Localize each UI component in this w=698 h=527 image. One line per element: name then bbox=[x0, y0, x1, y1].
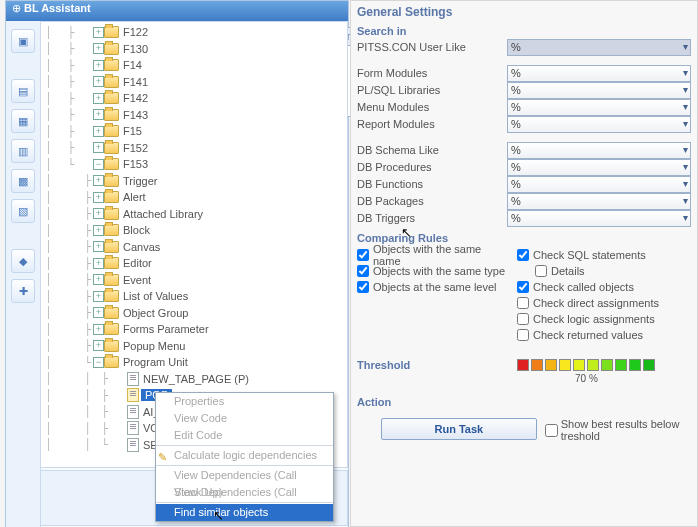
ctx-edit-code[interactable]: Edit Code bbox=[156, 427, 333, 444]
module-dropdown-1[interactable]: % bbox=[507, 82, 691, 99]
tree-node-F141[interactable]: │ ├ + F141 bbox=[45, 74, 347, 91]
ctx-find-similar[interactable]: Find similar objects bbox=[156, 504, 333, 521]
db-dropdown-0[interactable]: % bbox=[507, 142, 691, 159]
tree-node-attached library[interactable]: │ ├ + Attached Library bbox=[45, 206, 347, 223]
db-dropdown-4[interactable]: % bbox=[507, 210, 691, 227]
rule-right-2[interactable]: Check called objects bbox=[517, 279, 687, 294]
folder-icon bbox=[104, 125, 119, 137]
expand-icon[interactable]: + bbox=[93, 258, 104, 269]
show-best-input[interactable] bbox=[545, 424, 558, 437]
ctx-properties[interactable]: Properties bbox=[156, 393, 333, 410]
rule-right-4[interactable]: Check logic assignments bbox=[517, 311, 687, 326]
folder-icon bbox=[104, 323, 119, 335]
rule-left-1[interactable]: Objects with the same type bbox=[357, 263, 511, 278]
folder-icon bbox=[104, 257, 119, 269]
expand-icon[interactable]: + bbox=[93, 175, 104, 186]
db-dropdown-1[interactable]: % bbox=[507, 159, 691, 176]
tree-node-alert[interactable]: │ ├ + Alert bbox=[45, 189, 347, 206]
rule-right-0[interactable]: Check SQL statements bbox=[517, 247, 687, 262]
module-dropdown-0[interactable]: % bbox=[507, 65, 691, 82]
threshold-gradient[interactable] bbox=[517, 359, 655, 371]
tree-node-block[interactable]: │ ├ + Block bbox=[45, 222, 347, 239]
expand-icon[interactable]: + bbox=[93, 291, 104, 302]
tree-node-forms parameter[interactable]: │ ├ + Forms Parameter bbox=[45, 321, 347, 338]
expand-icon[interactable]: + bbox=[93, 76, 104, 87]
rule-right-3[interactable]: Check direct assignments bbox=[517, 295, 687, 310]
expand-icon[interactable]: + bbox=[93, 307, 104, 318]
gradient-cell bbox=[517, 359, 529, 371]
section-search: Search in bbox=[357, 25, 697, 37]
tree-node-F143[interactable]: │ ├ + F143 bbox=[45, 107, 347, 124]
expand-icon[interactable]: + bbox=[93, 208, 104, 219]
expand-icon[interactable]: − bbox=[93, 357, 104, 368]
folder-icon bbox=[104, 26, 119, 38]
sidebar-icon-6[interactable]: ▧ bbox=[11, 199, 35, 223]
tree-node-F122[interactable]: │ ├ + F122 bbox=[45, 24, 347, 41]
folder-icon bbox=[104, 340, 119, 352]
tree-node-F152[interactable]: │ ├ + F152 bbox=[45, 140, 347, 157]
sidebar-icon-2[interactable]: ▤ bbox=[11, 79, 35, 103]
gradient-cell bbox=[601, 359, 613, 371]
sidebar-toolbar: ▣ ▤ ▦ ▥ ▩ ▧ ◆ ✚ bbox=[6, 21, 41, 527]
expand-icon[interactable]: + bbox=[93, 93, 104, 104]
tree-node-F130[interactable]: │ ├ + F130 bbox=[45, 41, 347, 58]
expand-icon[interactable]: − bbox=[93, 159, 104, 170]
folder-icon bbox=[104, 241, 119, 253]
expand-icon[interactable]: + bbox=[93, 274, 104, 285]
folder-icon bbox=[104, 43, 119, 55]
expand-icon[interactable]: + bbox=[93, 192, 104, 203]
tree-node-trigger[interactable]: │ ├ + Trigger bbox=[45, 173, 347, 190]
tree-node-F142[interactable]: │ ├ + F142 bbox=[45, 90, 347, 107]
window-title: BL Assistant bbox=[12, 2, 91, 14]
expand-icon[interactable]: + bbox=[93, 241, 104, 252]
module-dropdown-2[interactable]: % bbox=[507, 99, 691, 116]
expand-icon[interactable]: + bbox=[93, 109, 104, 120]
sidebar-icon-3[interactable]: ▦ bbox=[11, 109, 35, 133]
tree-node-editor[interactable]: │ ├ + Editor bbox=[45, 255, 347, 272]
context-menu: Properties View Code Edit Code ✎Calculat… bbox=[155, 392, 334, 522]
expand-icon[interactable]: + bbox=[93, 324, 104, 335]
run-task-button[interactable]: Run Task bbox=[381, 418, 537, 440]
title-bar[interactable]: BL Assistant bbox=[6, 1, 348, 21]
sidebar-icon-8[interactable]: ✚ bbox=[11, 279, 35, 303]
sidebar-icon-7[interactable]: ◆ bbox=[11, 249, 35, 273]
ctx-deps-down[interactable]: View Dependencies (Call Stack Down) bbox=[156, 484, 333, 501]
tree-node-pu-0[interactable]: │ │ ├ NEW_TAB_PAGE (P) bbox=[45, 371, 347, 388]
db-label-2: DB Functions bbox=[357, 178, 507, 190]
rule-left-2[interactable]: Objects at the same level bbox=[357, 279, 511, 294]
tree-node-canvas[interactable]: │ ├ + Canvas bbox=[45, 239, 347, 256]
sidebar-icon-5[interactable]: ▩ bbox=[11, 169, 35, 193]
tree-node-F153[interactable]: │ └ − F153 bbox=[45, 156, 347, 173]
tree-node-event[interactable]: │ ├ + Event bbox=[45, 272, 347, 289]
folder-icon bbox=[104, 59, 119, 71]
tree-node-popup menu[interactable]: │ ├ + Popup Menu bbox=[45, 338, 347, 355]
ctx-view-code[interactable]: View Code bbox=[156, 410, 333, 427]
ctx-deps-up[interactable]: View Dependencies (Call Stack Up) bbox=[156, 467, 333, 484]
folder-icon bbox=[104, 356, 119, 368]
tree-node-F14[interactable]: │ ├ + F14 bbox=[45, 57, 347, 74]
expand-icon[interactable]: + bbox=[93, 142, 104, 153]
rule-right-1[interactable]: Details bbox=[535, 263, 687, 278]
tree-node-list of values[interactable]: │ ├ + List of Values bbox=[45, 288, 347, 305]
show-best-checkbox[interactable]: Show best results below treshold bbox=[541, 418, 697, 442]
expand-icon[interactable]: + bbox=[93, 340, 104, 351]
expand-icon[interactable]: + bbox=[93, 27, 104, 38]
module-dropdown-3[interactable]: % bbox=[507, 116, 691, 133]
expand-icon[interactable]: + bbox=[93, 43, 104, 54]
ctx-sep-2 bbox=[156, 465, 333, 466]
module-label-2: Menu Modules bbox=[357, 101, 507, 113]
ctx-calc-logic[interactable]: ✎Calculate logic dependencies bbox=[156, 447, 333, 464]
user-like-dropdown[interactable]: % bbox=[507, 39, 691, 56]
tree-node-object group[interactable]: │ ├ + Object Group bbox=[45, 305, 347, 322]
expand-icon[interactable]: + bbox=[93, 126, 104, 137]
db-dropdown-3[interactable]: % bbox=[507, 193, 691, 210]
tree-node-F15[interactable]: │ ├ + F15 bbox=[45, 123, 347, 140]
rule-left-0[interactable]: Objects with the same name bbox=[357, 247, 511, 262]
sidebar-icon-1[interactable]: ▣ bbox=[11, 29, 35, 53]
sidebar-icon-4[interactable]: ▥ bbox=[11, 139, 35, 163]
expand-icon[interactable]: + bbox=[93, 60, 104, 71]
rule-right-5[interactable]: Check returned values bbox=[517, 327, 687, 342]
db-dropdown-2[interactable]: % bbox=[507, 176, 691, 193]
expand-icon[interactable]: + bbox=[93, 225, 104, 236]
tree-node-program unit[interactable]: │ └ − Program Unit bbox=[45, 354, 347, 371]
